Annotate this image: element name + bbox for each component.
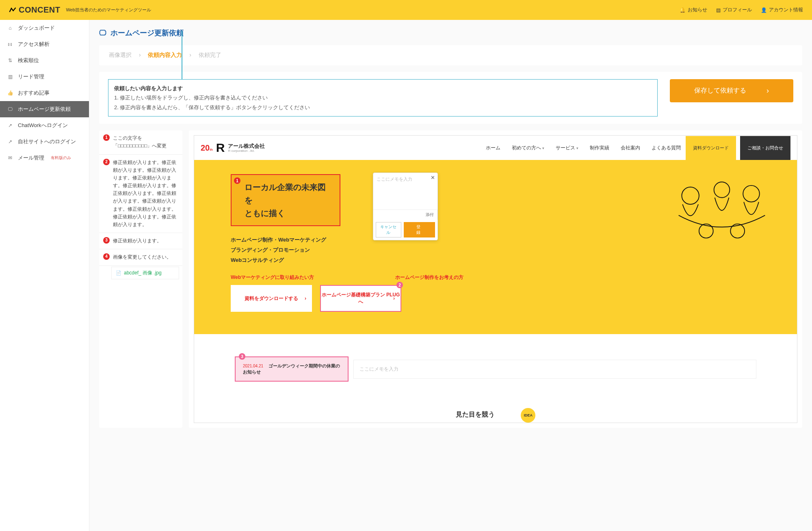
annotation-attachment[interactable]: abcdef_ 画像 .jpg [111, 267, 179, 279]
list-icon: ▤ [716, 7, 721, 13]
pv-nav-service[interactable]: サービス [555, 145, 579, 151]
annotation-text: 画像を変更してください。 [113, 253, 178, 261]
pv-nav-first[interactable]: 初めての方へ [511, 145, 545, 151]
memo-cancel-button[interactable]: キャンセル [376, 222, 401, 237]
paid-tag: 有料版のみ [51, 155, 71, 161]
pv-download-cta[interactable]: 資料ダウンロード [686, 136, 736, 160]
user-icon: 👤 [761, 7, 767, 13]
breadcrumb: 画像選択 › 依頼内容入力 › 依頼完了 [99, 45, 802, 65]
sidebar-item-analytics[interactable]: ⫾⫾アクセス解析 [0, 36, 89, 52]
bell-icon: 🔔 [680, 7, 686, 13]
bc-step-2: 依頼内容入力 [148, 52, 182, 58]
sidebar-item-rank[interactable]: ⇅検索順位 [0, 52, 89, 69]
preview-footer: 見た目を競う IDEA [194, 404, 797, 423]
instruction-title: 依頼したい内容を入力します [114, 84, 652, 93]
chevron-right-icon: › [189, 52, 191, 58]
page-title: 🖵 ホームページ更新依頼 [99, 28, 802, 38]
sidebar-item-articles[interactable]: 👍おすすめ記事 [0, 85, 89, 101]
sidebar-item-chatwork[interactable]: ↗ChatWorkへログイン [0, 117, 89, 134]
hero-link-2: ホームページ制作をお考えの方 [395, 274, 463, 281]
pv-nav-faq[interactable]: よくある質問 [651, 145, 682, 151]
preview-header: 20th R アール株式会社R corporation ..ltd. ホーム 初… [194, 136, 797, 160]
memo-popup: ✕ ここにメモを入力 添付 キャンセル 登録 [373, 173, 438, 240]
main-content: 🖵 ホームページ更新依頼 画像選択 › 依頼内容入力 › 依頼完了 依頼したい内… [89, 20, 812, 531]
svg-point-1 [714, 182, 730, 198]
chart-icon: ⫾⫾ [7, 41, 13, 47]
memo-attach-button[interactable]: 添付 [422, 210, 437, 220]
sidebar-item-ownsite[interactable]: ↗自社サイトへのログイン [0, 134, 89, 150]
annotation-item[interactable]: 2修正依頼が入ります。修正依頼が入ります。修正依頼が入ります。修正依頼が入ります… [99, 155, 182, 233]
app-header: CONCENT Web担当者のためのマーケティングツール 🔔お知らせ ▤プロフィ… [0, 0, 812, 20]
idea-badge-icon: IDEA [521, 408, 535, 423]
notice-link[interactable]: 🔔お知らせ [680, 6, 707, 13]
monitor-icon: 🖵 [99, 29, 106, 37]
memo-save-button[interactable]: 登録 [404, 222, 435, 237]
pv-nav-works[interactable]: 制作実績 [589, 145, 610, 151]
monitor-icon: 🖵 [7, 106, 13, 112]
bc-step-1[interactable]: 画像選択 [109, 52, 132, 58]
hero-link-1: Webマーケティングに取り組みたい方 [231, 274, 314, 281]
pv-contact-cta[interactable]: ご相談・お問合せ [740, 136, 790, 160]
svg-point-2 [743, 186, 760, 202]
annotation-number: 3 [103, 237, 110, 244]
book-icon: ▥ [7, 74, 13, 80]
profile-link[interactable]: ▤プロフィール [716, 6, 752, 13]
close-icon[interactable]: ✕ [431, 175, 435, 181]
external-icon: ↗ [7, 139, 13, 145]
logo-text: CONCENT [19, 5, 60, 15]
preview-hero: 1 ローカル企業の未来図をともに描く ✕ ここにメモを入力 添付 キャンセル [194, 160, 797, 334]
preview-logo: 20th R アール株式会社R corporation ..ltd. [201, 141, 265, 155]
svg-point-0 [682, 187, 699, 205]
annotation-text: ここの文字を「□□□□□□□□□□」へ変更 [113, 134, 178, 150]
mail-icon: ✉ [7, 155, 13, 161]
annotation-number: 3 [239, 353, 245, 360]
sidebar-item-update-request[interactable]: 🖵ホームページ更新依頼 [0, 101, 89, 117]
annotation-number: 4 [103, 253, 110, 260]
updown-icon: ⇅ [7, 58, 13, 63]
memo-textarea[interactable]: ここにメモを入力 [373, 173, 437, 209]
submit-button[interactable]: 保存して依頼する [670, 79, 793, 102]
annotation-item[interactable]: 3修正依頼が入ります。 [99, 233, 182, 249]
instruction-box: 依頼したい内容を入力します 1. 修正したい場所をドラッグし、修正内容を書き込ん… [108, 79, 658, 117]
pv-nav-home[interactable]: ホーム [485, 145, 501, 151]
hero-download-button[interactable]: 資料をダウンロードする [231, 285, 312, 312]
news-memo-input[interactable]: ここにメモを入力 [353, 360, 756, 379]
annotation-item[interactable]: 4画像を変更してください。 [99, 249, 182, 266]
instruction-line-1: 1. 修正したい場所をドラッグし、修正内容を書き込んでください [114, 93, 652, 102]
annotation-list: 1ここの文字を「□□□□□□□□□□」へ変更 2修正依頼が入ります。修正依頼が入… [99, 130, 182, 428]
instruction-line-2: 2. 修正内容を書き込んだら、「保存して依頼する」ボタンをクリックしてください [114, 103, 652, 112]
annotation-number: 2 [103, 159, 110, 165]
annotation-number: 2 [396, 282, 403, 288]
news-date: 2021.04.21 [243, 364, 263, 368]
bc-step-3: 依頼完了 [199, 52, 221, 58]
annotation-text: 修正依頼が入ります。修正依頼が入ります。修正依頼が入ります。修正依頼が入ります。… [113, 159, 178, 229]
sidebar-item-mail[interactable]: ✉メール管理有料版のみ [0, 150, 89, 166]
anniversary-icon: 20th [201, 143, 213, 153]
annotation-number: 1 [103, 134, 110, 141]
thumb-icon: 👍 [7, 90, 13, 96]
annotation-text: 修正依頼が入ります。 [113, 237, 178, 245]
chevron-right-icon: › [139, 52, 141, 58]
annotation-item[interactable]: 1ここの文字を「□□□□□□□□□□」へ変更 [99, 130, 182, 154]
hero-plug-button[interactable]: ホームページ基礎構築プラン PLUGへ2 [320, 285, 401, 312]
sidebar-item-lead[interactable]: ▥リード管理 [0, 69, 89, 85]
hero-annotation-1[interactable]: 1 ローカル企業の未来図をともに描く [231, 174, 340, 226]
sidebar-item-dashboard[interactable]: ⌂ダッシュボード [0, 20, 89, 36]
external-icon: ↗ [7, 123, 13, 128]
preview-panel: 20th R アール株式会社R corporation ..ltd. ホーム 初… [189, 130, 802, 428]
r-logo-icon: R [216, 141, 225, 155]
sidebar: ⌂ダッシュボード ⫾⫾アクセス解析 ⇅検索順位 ▥リード管理 👍おすすめ記事 🖵… [0, 20, 89, 531]
account-link[interactable]: 👤アカウント情報 [761, 6, 803, 13]
people-illustration [663, 172, 781, 274]
tagline: Web担当者のためのマーケティングツール [66, 7, 151, 13]
app-logo: CONCENT [9, 5, 60, 15]
pv-nav-company[interactable]: 会社案内 [620, 145, 641, 151]
home-icon: ⌂ [7, 25, 13, 31]
logo-icon [9, 6, 16, 14]
news-annotation-3[interactable]: 3 2021.04.21 ゴールデンウィーク期間中の休業のお知らせ [235, 356, 349, 382]
annotation-number: 1 [234, 177, 240, 184]
preview-news: 3 2021.04.21 ゴールデンウィーク期間中の休業のお知らせ ここにメモを… [194, 334, 797, 404]
